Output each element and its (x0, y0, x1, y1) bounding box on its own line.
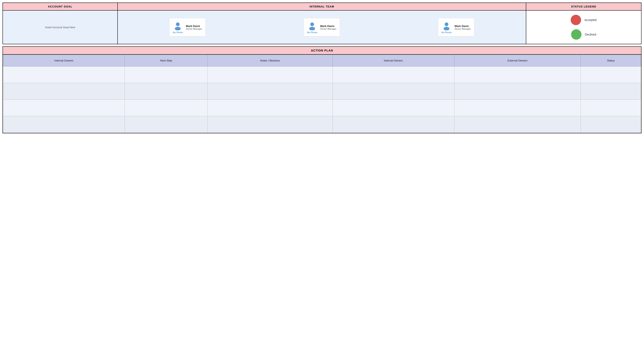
accepted-label: Accepted (584, 18, 596, 22)
person-info-2: Mark Davis Senior Manager (320, 24, 336, 30)
person-title-3: Senior Manager (454, 28, 471, 30)
action-plan-section: ACTION PLAN Internal Owners Next Step No… (2, 46, 642, 133)
no-photo-label-2: No Photo (307, 31, 317, 34)
cell-r3-c2[interactable] (124, 100, 208, 116)
svg-point-2 (310, 22, 314, 26)
account-goal-text: Insert Account Goal Here (45, 26, 75, 29)
legend-item-declined: Declined (571, 29, 596, 40)
no-photo-label-1: No Photo (173, 31, 183, 34)
cell-r4-c4[interactable] (332, 116, 454, 133)
svg-point-1 (175, 27, 181, 30)
declined-label: Declined (585, 33, 596, 36)
avatar-block-1: No Photo (173, 21, 183, 34)
status-legend-header: STATUS LEGEND (526, 3, 641, 10)
status-legend-column: STATUS LEGEND Accepted Declined (526, 3, 641, 44)
status-legend-body: Accepted Declined (526, 10, 641, 44)
cell-r2-c4[interactable] (332, 83, 454, 100)
table-header-row: Internal Owners Next Step Notes / Blocke… (3, 55, 641, 66)
person-info-3: Mark Davis Senior Manager (454, 24, 471, 30)
cell-r4-c2[interactable] (124, 116, 208, 133)
action-plan-header: ACTION PLAN (3, 47, 641, 55)
person-card-3: No Photo Mark Davis Senior Manager (438, 18, 474, 36)
col-header-external-owners: External Owners (454, 55, 581, 66)
person-name-2: Mark Davis (320, 24, 336, 28)
col-header-status: Status (581, 55, 641, 66)
cell-r4-c1[interactable] (3, 116, 125, 133)
table-row (3, 116, 641, 133)
no-photo-label-3: No Photo (442, 31, 452, 34)
person-title-2: Senior Manager (320, 28, 336, 30)
cell-r3-c1[interactable] (3, 100, 125, 116)
accepted-circle (571, 15, 581, 25)
cell-r2-c2[interactable] (124, 83, 208, 100)
avatar-block-2: No Photo (307, 21, 317, 34)
internal-team-header: INTERNAL TEAM (118, 3, 526, 10)
cell-r1-c1[interactable] (3, 66, 125, 83)
cell-r1-c3[interactable] (208, 66, 333, 83)
cell-r1-c6[interactable] (581, 66, 641, 83)
cell-r1-c4[interactable] (332, 66, 454, 83)
cell-r1-c2[interactable] (124, 66, 208, 83)
table-row (3, 83, 641, 100)
avatar-icon-2 (307, 21, 317, 30)
cell-r4-c6[interactable] (581, 116, 641, 133)
cell-r4-c5[interactable] (454, 116, 581, 133)
table-row (3, 66, 641, 83)
col-header-internal-owners-2: Internal Owners (332, 55, 454, 66)
cell-r2-c1[interactable] (3, 83, 125, 100)
avatar-block-3: No Photo (442, 21, 452, 34)
person-card-1: No Photo Mark Davis Senior Manager (169, 18, 206, 36)
col-header-internal-owners-1: Internal Owners (3, 55, 125, 66)
person-card-2: No Photo Mark Davis Senior Manager (304, 18, 340, 36)
col-header-next-step: Next Step (124, 55, 208, 66)
cell-r2-c6[interactable] (581, 83, 641, 100)
avatar-icon-1 (173, 21, 182, 30)
person-title-1: Senior Manager (186, 28, 202, 30)
internal-team-body: No Photo Mark Davis Senior Manager No Ph… (118, 10, 526, 44)
account-goal-column: ACCOUNT GOAL Insert Account Goal Here (3, 3, 118, 44)
person-name-3: Mark Davis (454, 24, 471, 28)
cell-r3-c6[interactable] (581, 100, 641, 116)
svg-point-3 (309, 27, 315, 30)
cell-r4-c3[interactable] (208, 116, 333, 133)
internal-team-column: INTERNAL TEAM No Photo Mark Davis Senior… (118, 3, 526, 44)
person-info-1: Mark Davis Senior Manager (186, 24, 202, 30)
cell-r3-c5[interactable] (454, 100, 581, 116)
declined-circle (571, 29, 582, 40)
top-section: ACCOUNT GOAL Insert Account Goal Here IN… (2, 2, 642, 44)
cell-r3-c3[interactable] (208, 100, 333, 116)
cell-r3-c4[interactable] (332, 100, 454, 116)
cell-r2-c5[interactable] (454, 83, 581, 100)
account-goal-header: ACCOUNT GOAL (3, 3, 117, 10)
action-plan-table: Internal Owners Next Step Notes / Blocke… (3, 55, 641, 133)
account-goal-body: Insert Account Goal Here (3, 10, 117, 44)
col-header-notes-blockers: Notes / Blockers (208, 55, 333, 66)
person-name-1: Mark Davis (186, 24, 202, 28)
legend-item-accepted: Accepted (571, 15, 596, 25)
avatar-icon-3 (442, 21, 451, 30)
cell-r2-c3[interactable] (208, 83, 333, 100)
svg-point-4 (445, 22, 448, 26)
svg-point-0 (176, 22, 180, 26)
table-row (3, 100, 641, 116)
cell-r1-c5[interactable] (454, 66, 581, 83)
svg-point-5 (444, 27, 450, 30)
